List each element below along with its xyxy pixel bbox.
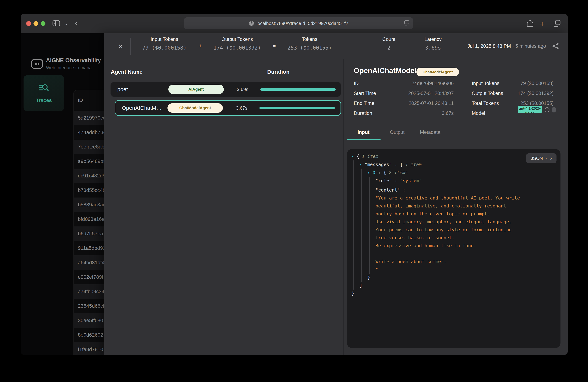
zoom-window-button[interactable] xyxy=(41,21,45,26)
duration-bar xyxy=(260,88,336,91)
agent-type-badge: AIAgent xyxy=(168,85,224,94)
field-end-label: End Time xyxy=(354,101,374,106)
url-text: localhost:7890/?traceId=5d219970cda451f2 xyxy=(256,21,348,26)
json-string-line: "You are a creative and thoughtful AI po… xyxy=(376,194,517,202)
trace-id: f1fa8d7810 xyxy=(78,346,103,352)
url-bar[interactable]: localhost:7890/?traceId=5d219970cda451f2 xyxy=(184,17,413,29)
plus-operator: + xyxy=(199,43,202,49)
trace-id: b6d7ff57ea xyxy=(78,231,103,237)
field-duration-value: 3.67s xyxy=(381,111,454,116)
trace-id: e902ef789f xyxy=(78,274,103,280)
chevron-left-icon[interactable]: ‹ xyxy=(546,155,547,161)
globe-icon xyxy=(249,21,254,26)
agent-duration: 3.69s xyxy=(237,87,248,92)
json-string-line: " xyxy=(376,266,517,274)
json-close-array: ] xyxy=(359,282,517,289)
equals-operator: = xyxy=(273,43,276,49)
trace-id: b73d55cc4b xyxy=(78,187,105,193)
app-logo-icon xyxy=(31,59,43,69)
tab-output[interactable]: Output xyxy=(390,130,404,135)
sidebar-item-traces[interactable]: Traces xyxy=(23,75,64,111)
trace-id: 30ae5ff680 xyxy=(78,318,103,324)
trace-id: 8e0d626023 xyxy=(78,332,106,338)
json-string-line: Write a poem about summer. xyxy=(376,258,517,266)
json-viewer: JSON ‹ › ▾{1 item ▾"messages" : [1 item xyxy=(347,149,561,348)
json-string-line: free verse, haiku, or sonnet. xyxy=(376,234,517,242)
trace-id: a9b56469b8 xyxy=(78,158,106,164)
trace-id: a64bd81df4 xyxy=(78,260,105,266)
json-string-line xyxy=(376,250,517,258)
json-close-object: } xyxy=(368,274,517,282)
trace-timestamp: Jul 1, 2025 8:43 PM · 5 minutes ago xyxy=(467,43,546,49)
span-type-badge: ChatModelAgent xyxy=(416,68,459,76)
json-root-line: ▾{1 item xyxy=(352,152,517,160)
new-tab-button[interactable]: + xyxy=(540,19,545,29)
field-start-value: 2025-07-01 20:43:07 xyxy=(381,91,454,96)
app-subtitle: Web Interface to mana xyxy=(46,65,92,70)
agent-row-poet[interactable]: poet AIAgent 3.69s xyxy=(110,82,341,97)
json-mode-toggle[interactable]: JSON ‹ › xyxy=(526,153,556,163)
pane-divider xyxy=(343,59,344,355)
browser-window: ⌄ ‹ localhost:7890/?traceId=5d219970cda4… xyxy=(21,14,568,355)
field-start-label: Start Time xyxy=(354,91,376,96)
field-model-label: Model xyxy=(472,111,485,116)
json-string-line: Your poems can follow any style or form,… xyxy=(376,226,517,234)
json-string-line: Be expressive and human-like in tone. xyxy=(376,242,517,250)
span-title: OpenAIChatModel xyxy=(354,67,417,75)
share-page-icon[interactable] xyxy=(527,20,533,27)
model-chip[interactable]: gpt-4.1-2025-04-14 xyxy=(518,106,542,113)
reader-mode-icon[interactable] xyxy=(404,20,410,27)
field-id-label: ID xyxy=(354,81,359,86)
trace-id: 5d219970cd xyxy=(78,115,106,121)
json-tree: ▾{1 item ▾"messages" : [1 item ▾0 : {2 i… xyxy=(352,152,517,345)
browser-titlebar: ⌄ ‹ localhost:7890/?traceId=5d219970cda4… xyxy=(21,14,568,33)
field-output-value: 174 ($0.001392) xyxy=(481,91,554,96)
trace-detail-panel: ✕ Input Tokens 79 ($0.000158) + Output T… xyxy=(104,33,568,355)
json-messages-line: ▾"messages" : [1 item xyxy=(359,160,517,169)
stat-count: Count 2 xyxy=(382,37,395,51)
collapse-arrow-icon[interactable]: ▾ xyxy=(359,160,365,168)
close-window-button[interactable] xyxy=(26,21,31,26)
collapse-arrow-icon[interactable]: ▾ xyxy=(352,152,357,160)
trace-id: a74fb09c34 xyxy=(78,289,104,294)
json-index-line: ▾0 : {2 items xyxy=(368,169,517,177)
chevron-down-icon[interactable]: ⌄ xyxy=(64,21,68,26)
trace-id: 474addb73c xyxy=(78,130,106,135)
json-string-line: poetry based on the given topic or promp… xyxy=(376,210,517,218)
tab-metadata[interactable]: Metadata xyxy=(420,130,441,135)
collapse-arrow-icon[interactable]: ▾ xyxy=(368,169,373,176)
scrollbar-thumb[interactable] xyxy=(552,107,556,113)
trace-id: bfd093a16e xyxy=(78,216,105,222)
share-trace-icon[interactable] xyxy=(552,43,559,51)
sidebar-toggle-icon[interactable] xyxy=(52,20,60,26)
chevron-right-icon[interactable]: › xyxy=(550,155,552,161)
minimize-window-button[interactable] xyxy=(34,21,38,26)
close-icon[interactable]: ✕ xyxy=(116,42,125,51)
info-icon[interactable] xyxy=(545,107,550,114)
field-end-value: 2025-07-01 20:43:11 xyxy=(381,101,454,106)
agent-duration: 3.67s xyxy=(236,105,248,111)
field-total-value: 253 ($0.00155) xyxy=(481,101,554,106)
traces-search-icon xyxy=(39,83,49,94)
stat-output-tokens: Output Tokens 174 ($0.001392) xyxy=(213,37,261,51)
duration-bar xyxy=(259,107,335,109)
trace-id: dc91c482d5 xyxy=(78,173,105,179)
trace-id: 911a5dbd93 xyxy=(78,245,106,251)
tab-overview-icon[interactable] xyxy=(554,20,561,27)
tab-input[interactable]: Input xyxy=(357,130,370,135)
json-string-line: Use vivid imagery, metaphor, and elegant… xyxy=(376,218,517,226)
json-string-line: beautiful, imaginative, and emotionally … xyxy=(376,202,517,210)
json-close-root: } xyxy=(352,289,517,298)
field-id-value: 24de26f98146e906 xyxy=(381,81,454,86)
sidebar-item-label: Traces xyxy=(36,97,52,103)
desktop: ⌄ ‹ localhost:7890/?traceId=5d219970cda4… xyxy=(0,0,588,382)
stat-latency: Latency 3.69s xyxy=(424,37,442,51)
active-tab-indicator xyxy=(347,139,380,140)
json-role-line: "role" : "system" xyxy=(376,177,517,185)
agent-name: poet xyxy=(117,86,128,93)
json-string-block: "You are a creative and thoughtful AI po… xyxy=(376,194,517,274)
agent-type-badge: ChatModelAgent xyxy=(168,103,223,113)
stat-input-tokens: Input Tokens 79 ($0.000158) xyxy=(142,37,187,51)
agent-row-openaichatmodel[interactable]: OpenAIChatM… ChatModelAgent 3.67s xyxy=(115,100,341,116)
back-button[interactable]: ‹ xyxy=(75,19,78,27)
